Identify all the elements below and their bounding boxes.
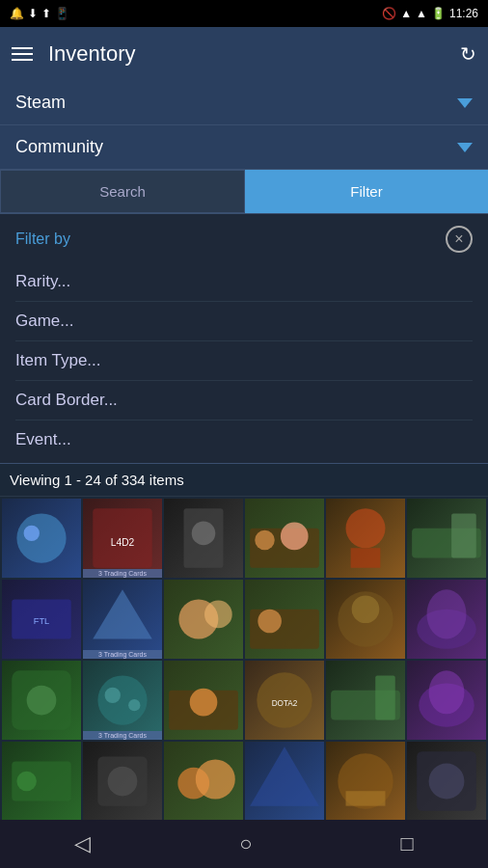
community-dropdown-label: Community xyxy=(15,137,457,157)
svg-text:FTL: FTL xyxy=(34,616,49,626)
tab-search[interactable]: Search xyxy=(0,170,245,213)
grid-item-10[interactable] xyxy=(245,580,324,659)
viewing-bar: Viewing 1 - 24 of 334 items xyxy=(0,464,488,497)
svg-rect-12 xyxy=(451,513,476,557)
grid-item-15[interactable] xyxy=(164,661,243,740)
item-badge-2: 3 Trading Cards xyxy=(83,569,162,578)
svg-point-17 xyxy=(204,601,232,629)
download-icon: ⬇ xyxy=(28,7,38,20)
nav-bar: Inventory ↻ xyxy=(0,27,488,81)
svg-rect-10 xyxy=(351,548,381,568)
community-dropdown[interactable]: Community xyxy=(0,125,488,170)
home-button[interactable]: ○ xyxy=(239,831,252,856)
grid-item-16[interactable]: DOTA2 xyxy=(245,661,324,740)
svg-rect-45 xyxy=(346,791,386,805)
filter-item-rarity[interactable]: Rarity... xyxy=(15,262,473,302)
grid-item-3[interactable] xyxy=(164,499,243,578)
upload-icon: ⬆ xyxy=(41,7,51,20)
tab-filter[interactable]: Filter xyxy=(245,170,488,213)
status-icons-right: 🚫 ▲ ▲ 🔋 11:26 xyxy=(382,7,478,20)
wifi-icon: ▲ xyxy=(400,7,412,20)
grid-item-1[interactable] xyxy=(2,499,81,578)
svg-point-27 xyxy=(105,688,121,703)
svg-point-1 xyxy=(24,526,40,541)
svg-rect-34 xyxy=(375,675,395,719)
svg-point-5 xyxy=(192,522,216,546)
filter-item-card-border[interactable]: Card Border... xyxy=(15,381,473,420)
steam-dropdown[interactable]: Steam xyxy=(0,81,488,125)
page-title: Inventory xyxy=(48,41,445,67)
refresh-button[interactable]: ↻ xyxy=(460,42,476,66)
grid-item-9[interactable] xyxy=(164,580,243,659)
grid-item-17[interactable] xyxy=(326,661,405,740)
svg-point-0 xyxy=(16,513,66,562)
svg-point-38 xyxy=(16,772,37,792)
grid-item-22[interactable] xyxy=(245,742,324,821)
item-badge-8: 3 Trading Cards xyxy=(83,650,162,659)
svg-point-21 xyxy=(352,595,380,623)
svg-point-26 xyxy=(97,675,147,724)
grid-item-20[interactable] xyxy=(83,742,162,821)
status-bar: 🔔 ⬇ ⬆ 📱 🚫 ▲ ▲ 🔋 11:26 xyxy=(0,0,488,27)
grid-item-14[interactable]: 3 Trading Cards xyxy=(83,661,162,740)
grid-item-18[interactable] xyxy=(407,661,486,740)
tab-row: Search Filter xyxy=(0,170,488,214)
block-icon: 🚫 xyxy=(382,7,396,20)
svg-point-25 xyxy=(27,686,57,716)
grid-item-23[interactable] xyxy=(326,742,405,821)
time-display: 11:26 xyxy=(449,7,478,20)
svg-point-28 xyxy=(128,699,140,711)
viewing-count: Viewing 1 - 24 of 334 items xyxy=(10,472,184,488)
battery-icon: 🔋 xyxy=(431,7,446,20)
svg-marker-43 xyxy=(250,746,319,806)
filter-item-game[interactable]: Game... xyxy=(15,302,473,341)
filter-panel: Filter by × Rarity... Game... Item Type.… xyxy=(0,214,488,464)
filter-title: Filter by xyxy=(15,231,70,248)
svg-point-9 xyxy=(346,508,386,548)
grid-item-12[interactable] xyxy=(407,580,486,659)
filter-item-event[interactable]: Event... xyxy=(15,420,473,459)
steam-dropdown-arrow xyxy=(457,98,473,108)
svg-point-36 xyxy=(429,670,465,714)
svg-point-23 xyxy=(427,589,467,638)
svg-point-19 xyxy=(258,610,282,634)
svg-point-40 xyxy=(108,767,138,797)
grid-item-11[interactable] xyxy=(326,580,405,659)
grid-item-6[interactable] xyxy=(407,499,486,578)
grid-item-4[interactable] xyxy=(245,499,324,578)
grid-item-13[interactable] xyxy=(2,661,81,740)
item-badge-14: 3 Trading Cards xyxy=(83,731,162,740)
svg-text:L4D2: L4D2 xyxy=(111,537,135,548)
app-icon: 📱 xyxy=(55,7,69,20)
notification-icon: 🔔 xyxy=(10,7,24,20)
svg-point-47 xyxy=(429,764,465,800)
grid-item-5[interactable] xyxy=(326,499,405,578)
recent-button[interactable]: □ xyxy=(401,831,414,856)
svg-text:DOTA2: DOTA2 xyxy=(272,699,298,708)
grid-item-2[interactable]: L4D23 Trading Cards xyxy=(83,499,162,578)
svg-marker-15 xyxy=(93,589,152,638)
grid-item-21[interactable] xyxy=(164,742,243,821)
inventory-grid: L4D23 Trading CardsFTL3 Trading Cards3 T… xyxy=(0,497,488,823)
svg-point-42 xyxy=(196,759,235,799)
grid-item-7[interactable]: FTL xyxy=(2,580,81,659)
filter-header: Filter by × xyxy=(15,226,473,253)
grid-item-8[interactable]: 3 Trading Cards xyxy=(83,580,162,659)
bottom-nav: ◁ ○ □ xyxy=(0,820,488,868)
grid-item-19[interactable] xyxy=(2,742,81,821)
filter-item-item-type[interactable]: Item Type... xyxy=(15,341,473,381)
svg-point-8 xyxy=(281,523,309,551)
steam-dropdown-label: Steam xyxy=(15,93,457,113)
svg-point-30 xyxy=(190,689,218,717)
back-button[interactable]: ◁ xyxy=(74,831,91,856)
filter-close-button[interactable]: × xyxy=(446,226,473,253)
status-icons-left: 🔔 ⬇ ⬆ 📱 xyxy=(10,7,69,20)
svg-point-7 xyxy=(255,530,275,551)
hamburger-menu[interactable] xyxy=(12,47,33,61)
grid-item-24[interactable] xyxy=(407,742,486,821)
community-dropdown-arrow xyxy=(457,143,473,152)
signal-icon: ▲ xyxy=(416,7,427,20)
